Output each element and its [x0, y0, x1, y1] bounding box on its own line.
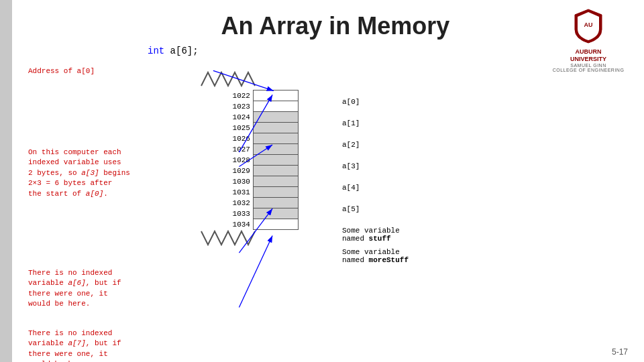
data-cell: [253, 144, 298, 155]
data-cell: [253, 208, 298, 219]
code-line: int a[6];: [148, 46, 199, 56]
data-cell: [253, 166, 298, 176]
data-cell: [253, 176, 298, 187]
label-a1: a[1]: [342, 119, 360, 127]
table-row: 1029: [225, 166, 299, 176]
zigzag-bottom-icon: [195, 230, 262, 250]
label-a0: a[0]: [342, 98, 360, 106]
data-cell: [253, 101, 298, 112]
slide-title: An Array in Memory: [134, 12, 537, 40]
label-a3: a[3]: [342, 162, 360, 170]
logo-university: AUBURN: [545, 48, 632, 56]
address-cell: 1031: [225, 187, 253, 198]
annotation-2: There is no indexedvariable a[6], but if…: [28, 268, 121, 310]
table-row: 1023: [225, 101, 299, 112]
address-cell: 1033: [225, 208, 253, 219]
address-cell: 1024: [225, 112, 253, 123]
address-cell: 1034: [225, 219, 253, 230]
memory-area: 1022102310241025102610271028102910301031…: [195, 67, 329, 253]
page-number: 5-17: [612, 347, 628, 357]
annotation-3: There is no indexedvariable a[7], but if…: [28, 328, 121, 362]
table-row: 1027: [225, 144, 299, 155]
diagram: Address of a[0] On this computer eachind…: [13, 60, 637, 342]
data-cell: [253, 155, 298, 166]
data-cell: [253, 198, 298, 208]
svg-text:AU: AU: [584, 21, 593, 28]
table-row: 1032: [225, 198, 299, 208]
data-cell: [253, 90, 298, 101]
address-cell: 1023: [225, 101, 253, 112]
memory-table: 1022102310241025102610271028102910301031…: [225, 90, 299, 230]
label-stuff: Some variablenamed stuff: [342, 227, 400, 243]
address-cell: 1029: [225, 166, 253, 176]
table-row: 1030: [225, 176, 299, 187]
code-keyword: int: [148, 46, 170, 56]
code-varname: a[6];: [170, 46, 199, 56]
zigzag-top-icon: [195, 67, 262, 87]
table-row: 1022: [225, 90, 299, 101]
address-cell: 1025: [225, 123, 253, 133]
address-cell: 1026: [225, 133, 253, 144]
label-a4: a[4]: [342, 184, 360, 192]
data-cell: [253, 123, 298, 133]
label-a2: a[2]: [342, 141, 360, 149]
table-row: 1034: [225, 219, 299, 230]
data-cell: [253, 112, 298, 123]
data-cell: [253, 187, 298, 198]
sidebar-strip: [0, 0, 12, 362]
table-row: 1028: [225, 155, 299, 166]
address-cell: 1027: [225, 144, 253, 155]
table-row: 1024: [225, 112, 299, 123]
table-row: 1026: [225, 133, 299, 144]
address-cell: 1030: [225, 176, 253, 187]
table-row: 1033: [225, 208, 299, 219]
annotation-1: On this computer eachindexed variable us…: [28, 147, 130, 199]
data-cell: [253, 133, 298, 144]
data-cell: [253, 219, 298, 230]
table-row: 1025: [225, 123, 299, 133]
address-cell: 1022: [225, 90, 253, 101]
label-a5: a[5]: [342, 205, 360, 213]
address-label: Address of a[0]: [28, 67, 95, 75]
address-cell: 1028: [225, 155, 253, 166]
auburn-logo-icon: AU: [572, 8, 604, 44]
table-row: 1031: [225, 187, 299, 198]
label-morestuff: Some variablenamed moreStuff: [342, 248, 409, 264]
address-cell: 1032: [225, 198, 253, 208]
